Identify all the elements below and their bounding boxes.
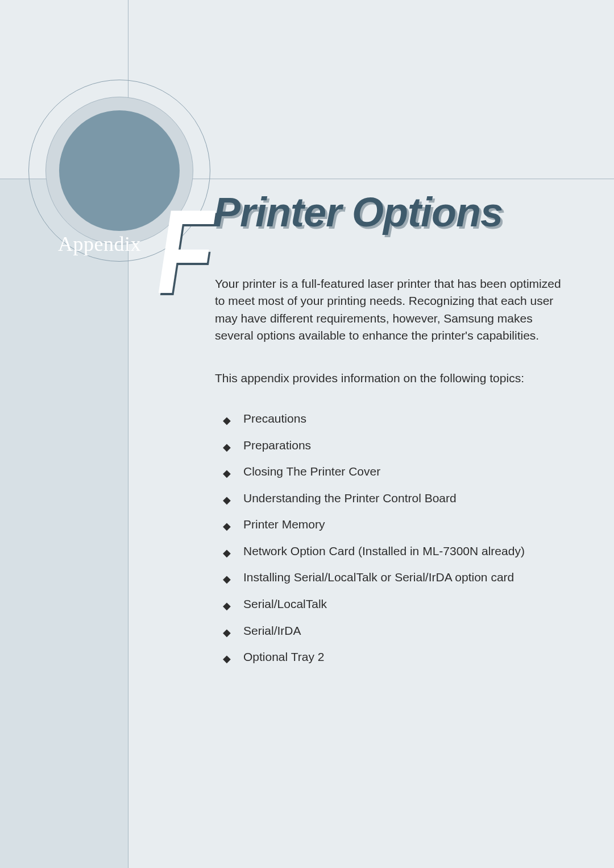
list-item-label: Network Option Card (Installed in ML-730… [243, 544, 525, 557]
list-item-label: Closing The Printer Cover [243, 465, 380, 478]
diamond-bullet-icon: ◆ [223, 651, 231, 667]
list-item-label: Optional Tray 2 [243, 650, 324, 663]
appendix-ornament: Appendix F [28, 80, 210, 262]
list-item-label: Serial/IrDA [243, 624, 301, 637]
diamond-bullet-icon: ◆ [223, 545, 231, 561]
content-block: Your printer is a full-featured laser pr… [215, 275, 567, 675]
sidebar-shade [0, 179, 128, 868]
list-item: ◆Serial/IrDA [223, 622, 567, 640]
diamond-bullet-icon: ◆ [223, 572, 231, 588]
page-title: Printer Options Printer Options [213, 189, 503, 235]
list-item: ◆Serial/LocalTalk [223, 595, 567, 614]
diamond-bullet-icon: ◆ [223, 466, 231, 482]
list-item-label: Installing Serial/LocalTalk or Serial/Ir… [243, 571, 514, 584]
diamond-bullet-icon: ◆ [223, 413, 231, 429]
diamond-bullet-icon: ◆ [223, 519, 231, 535]
list-item-label: Preparations [243, 439, 311, 452]
diamond-bullet-icon: ◆ [223, 598, 231, 614]
appendix-label: Appendix [58, 232, 141, 256]
list-item: ◆Network Option Card (Installed in ML-73… [223, 542, 567, 561]
diamond-bullet-icon: ◆ [223, 493, 231, 509]
intro-paragraph: Your printer is a full-featured laser pr… [215, 275, 567, 345]
list-item: ◆Installing Serial/LocalTalk or Serial/I… [223, 568, 567, 587]
appendix-letter: F [157, 192, 210, 312]
topics-list: ◆Precautions◆Preparations◆Closing The Pr… [215, 410, 567, 666]
list-item-label: Printer Memory [243, 518, 325, 531]
list-item: ◆Optional Tray 2 [223, 648, 567, 667]
list-item: ◆Printer Memory [223, 515, 567, 534]
diamond-bullet-icon: ◆ [223, 625, 231, 641]
diamond-bullet-icon: ◆ [223, 440, 231, 456]
list-item: ◆Closing The Printer Cover [223, 462, 567, 481]
lead-line: This appendix provides information on th… [215, 370, 567, 387]
list-item: ◆Precautions [223, 410, 567, 428]
list-item-label: Understanding the Printer Control Board [243, 491, 457, 505]
list-item: ◆Understanding the Printer Control Board [223, 489, 567, 508]
page-title-text: Printer Options [213, 189, 503, 235]
list-item: ◆Preparations [223, 436, 567, 455]
list-item-label: Precautions [243, 412, 306, 425]
list-item-label: Serial/LocalTalk [243, 597, 327, 610]
